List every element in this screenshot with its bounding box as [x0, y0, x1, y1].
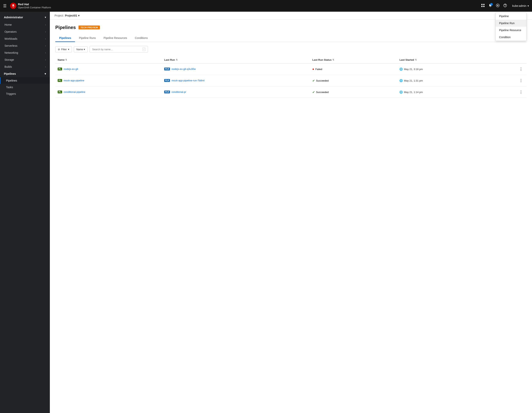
filter-label: Filter [61, 48, 67, 51]
table-row: PL nodejs-ex-git PLR nodejs-ex-git-q3u30… [55, 64, 527, 75]
project-value: Project01 [65, 14, 77, 17]
app-layout: Administrator ▾ Home › Operators › Workl… [0, 12, 532, 413]
row-kebab-menu[interactable]: ⋮ [492, 66, 524, 72]
sidebar-item-pipelines-section[interactable]: Pipelines ▾ [0, 70, 50, 77]
hamburger-icon[interactable]: ☰ [3, 3, 7, 8]
table-cell-status: ✔ Succeeded [310, 86, 397, 98]
dropdown-item-condition[interactable]: Condition [496, 34, 526, 41]
tab-conditions[interactable]: Conditions [131, 34, 152, 42]
filter-bar: ⊘ Filter ▾ Name ▾ / [55, 46, 527, 53]
sidebar-item-workloads[interactable]: Workloads › [0, 35, 50, 42]
brand-text: Red Hat OpenShift Container Platform [18, 2, 51, 9]
grid-icon[interactable] [481, 4, 485, 8]
table-header: Name ⇅ Last Run ⇅ Last R [55, 56, 527, 64]
plr-badge: PLR [164, 79, 170, 82]
status-label: Succeeded [316, 91, 329, 94]
th-last-run-status[interactable]: Last Run Status ⇅ [310, 56, 397, 64]
dropdown-item-pipeline-run[interactable]: Pipeline Run [496, 20, 526, 27]
sidebar-item-serverless[interactable]: Serverless › [0, 42, 50, 49]
sidebar-admin-section[interactable]: Administrator ▾ [0, 13, 50, 21]
sidebar-item-operators[interactable]: Operators › [0, 28, 50, 35]
page-header: Pipelines Tech Preview Create▾ [55, 24, 527, 30]
sidebar-item-storage[interactable]: Storage › [0, 56, 50, 63]
svg-rect-3 [481, 6, 483, 7]
help-icon[interactable] [503, 4, 507, 8]
sort-icon-last-run-status: ⇅ [332, 59, 334, 61]
sidebar-serverless-label: Serverless [4, 44, 17, 47]
content-area: Pipelines Tech Preview Create▾ Pipelines… [50, 20, 532, 103]
add-icon[interactable] [496, 4, 499, 8]
globe-icon: 🌐 [399, 67, 403, 71]
project-selector[interactable]: Project01 ▾ [65, 14, 79, 17]
status-label: Failed [315, 68, 322, 71]
table-cell-last-started: 🌐 May 21, 3:18 pm [397, 64, 489, 75]
svg-rect-4 [483, 6, 484, 7]
sidebar-home-chevron-icon: › [45, 24, 46, 26]
project-label: Project: [55, 14, 64, 17]
sidebar-operators-chevron-icon: › [45, 30, 46, 33]
last-run-link[interactable]: condtional-pr [171, 90, 186, 94]
table-cell-last-run: PLR mock-app-pipeline-run-7b8ml [162, 75, 310, 86]
th-last-started[interactable]: Last Started ⇅ [397, 56, 489, 64]
user-label: kube:admin [512, 4, 526, 7]
table-cell-last-run: PLR nodejs-ex-git-q3u30w [162, 64, 310, 75]
table-cell-status: ✔ Succeeded [310, 75, 397, 86]
pl-badge: PL [58, 67, 62, 70]
user-chevron-icon: ▾ [528, 4, 529, 7]
tab-pipeline-runs[interactable]: Pipeline Runs [75, 34, 100, 42]
notification-icon[interactable]: 1 [489, 4, 492, 8]
sidebar-item-networking[interactable]: Networking › [0, 49, 50, 56]
row-kebab-menu[interactable]: ⋮ [492, 78, 524, 84]
sidebar-home-label: Home [4, 23, 12, 26]
table-cell-actions[interactable]: ⋮ [489, 75, 527, 86]
last-started-value: May 21, 3:18 pm [404, 68, 423, 71]
th-last-run[interactable]: Last Run ⇅ [162, 56, 310, 64]
sidebar-pipelines-chevron-icon: ▾ [45, 72, 46, 75]
sidebar-operators-label: Operators [4, 30, 17, 33]
row-kebab-menu[interactable]: ⋮ [492, 89, 524, 95]
sidebar-item-home[interactable]: Home › [0, 21, 50, 28]
sidebar-item-builds[interactable]: Builds › [0, 63, 50, 70]
globe-icon: 🌐 [399, 79, 403, 82]
search-input[interactable] [92, 48, 141, 51]
last-run-link[interactable]: mock-app-pipeline-run-7b8ml [171, 79, 204, 82]
svg-rect-2 [483, 4, 484, 5]
sidebar-sub-item-tasks[interactable]: Tasks [0, 84, 50, 91]
last-run-link[interactable]: nodejs-ex-git-q3u30w [171, 67, 196, 71]
search-shortcut: / [142, 47, 145, 51]
project-bar: Project: Project01 ▾ [50, 12, 532, 20]
th-name[interactable]: Name ⇅ [55, 56, 162, 64]
filter-icon: ⊘ [58, 48, 60, 51]
tab-pipeline-resources[interactable]: Pipeline Resources [100, 34, 131, 42]
th-actions [489, 56, 527, 64]
sidebar-sub-tasks-label: Tasks [6, 86, 13, 89]
dropdown-item-pipeline-resource[interactable]: Pipeline Resource [496, 27, 526, 34]
status-icon: ✔ [312, 79, 315, 83]
pl-badge: PL [58, 91, 62, 94]
sidebar-sub-triggers-label: Triggers [6, 92, 16, 95]
user-menu[interactable]: kube:admin ▾ [512, 4, 529, 7]
table-body: PL nodejs-ex-git PLR nodejs-ex-git-q3u30… [55, 64, 527, 98]
search-input-container[interactable]: / [90, 46, 148, 53]
filter-button[interactable]: ⊘ Filter ▾ [55, 46, 72, 52]
table-cell-actions[interactable]: ⋮ [489, 86, 527, 98]
name-select[interactable]: Name ▾ [74, 46, 88, 52]
table-cell-actions[interactable]: ⋮ [489, 64, 527, 75]
pipeline-name-link[interactable]: nodejs-ex-git [64, 67, 78, 71]
table-cell-last-started: 🌐 May 21, 1:31 pm [397, 75, 489, 86]
sidebar-sub-pipelines-label: Pipelines [6, 79, 17, 82]
pipeline-name-link[interactable]: conditional-pipeline [64, 90, 85, 94]
tab-pipelines[interactable]: Pipelines [55, 34, 75, 42]
pipelines-table: Name ⇅ Last Run ⇅ Last R [55, 56, 527, 98]
sidebar-sub-item-pipelines[interactable]: Pipelines [0, 77, 50, 84]
notification-badge: 1 [490, 3, 493, 6]
table-row: PL mock-app-pipeline PLR mock-app-pipeli… [55, 75, 527, 86]
last-started-value: May 21, 1:14 pm [404, 91, 423, 94]
dropdown-item-pipeline[interactable]: Pipeline [496, 13, 526, 20]
pipeline-name-link[interactable]: mock-app-pipeline [64, 79, 84, 82]
page-title-group: Pipelines Tech Preview [55, 25, 100, 30]
sidebar-sub-item-triggers[interactable]: Triggers [0, 91, 50, 97]
plr-badge: PLR [164, 91, 170, 94]
status-icon: ● [312, 67, 314, 71]
sidebar-builds-chevron-icon: › [45, 66, 46, 68]
